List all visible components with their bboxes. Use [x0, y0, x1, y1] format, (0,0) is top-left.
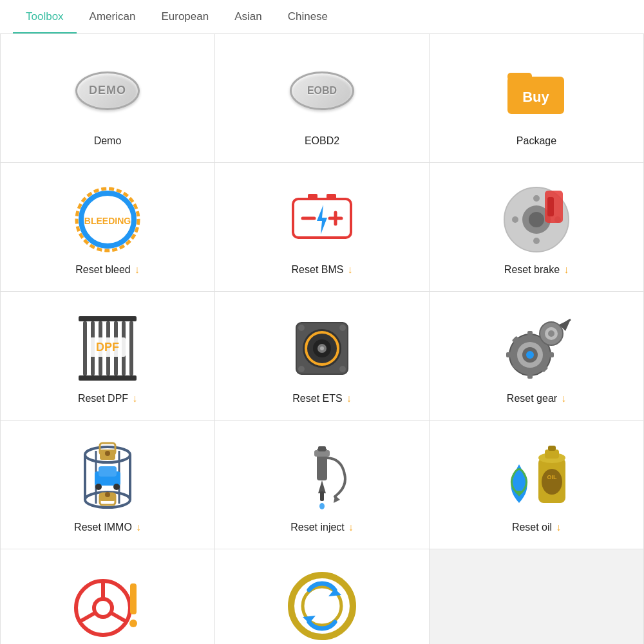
down-arrow-ets: ↓ [346, 393, 352, 404]
down-arrow-immo: ↓ [136, 522, 141, 533]
svg-rect-79 [320, 491, 324, 501]
toolbox-grid: DEMO Demo EOBD EOBD2 Buy Package [0, 34, 644, 644]
reset-dpf-label: Reset DPF ↓ [78, 393, 137, 404]
demo-label: Demo [94, 135, 122, 147]
tab-european[interactable]: European [148, 0, 222, 33]
cell-empty [430, 549, 644, 644]
svg-rect-46 [506, 352, 514, 357]
cell-reset-immo[interactable]: Reset IMMO ↓ [1, 421, 215, 549]
svg-rect-23 [83, 321, 87, 375]
immo-icon [72, 442, 143, 513]
dpf-icon: DPF [72, 313, 143, 384]
svg-rect-93 [130, 583, 137, 614]
reset-brake-label: Reset brake ↓ [504, 264, 569, 276]
svg-line-92 [111, 613, 125, 621]
oil-icon: OIL [501, 442, 572, 513]
svg-point-37 [320, 346, 324, 350]
svg-point-39 [339, 325, 346, 331]
eobd-icon: EOBD [287, 55, 357, 126]
reset-bleed-label: Reset bleed ↓ [75, 264, 139, 276]
cell-reset-gear[interactable]: Reset gear ↓ [430, 292, 644, 421]
ets-icon [287, 313, 357, 384]
svg-rect-20 [547, 197, 554, 216]
tpms-icon [287, 571, 357, 641]
reset-ets-label: Reset ETS ↓ [292, 393, 351, 404]
sas-icon [72, 571, 143, 641]
svg-point-85 [542, 469, 562, 495]
svg-rect-29 [129, 321, 133, 375]
demo-icon: DEMO [72, 55, 143, 126]
bleeding-icon: BLEEDING [72, 184, 143, 255]
svg-rect-22 [79, 375, 137, 381]
svg-point-17 [512, 216, 518, 223]
svg-rect-69 [99, 466, 117, 477]
tab-asian[interactable]: Asian [222, 0, 275, 33]
down-arrow-inject: ↓ [348, 522, 354, 533]
svg-point-14 [529, 212, 544, 227]
down-arrow-oil: ↓ [556, 522, 561, 533]
svg-point-70 [95, 484, 102, 490]
svg-text:OIL: OIL [547, 474, 558, 480]
svg-point-67 [105, 451, 110, 456]
tab-toolbox[interactable]: Toolbox [13, 0, 77, 33]
cell-demo[interactable]: DEMO Demo [1, 34, 215, 163]
cell-reset-brake[interactable]: Reset brake ↓ [430, 163, 644, 292]
tab-american[interactable]: American [77, 0, 149, 33]
down-arrow-dpf: ↓ [132, 393, 137, 404]
svg-point-38 [298, 325, 305, 331]
cell-reset-bleed[interactable]: BLEEDING Reset bleed ↓ [1, 163, 215, 292]
package-label: Package [516, 135, 556, 147]
down-arrow-bms: ↓ [347, 264, 352, 276]
down-arrow-gear: ↓ [561, 393, 566, 404]
svg-point-71 [113, 484, 120, 490]
down-arrow-bleed: ↓ [135, 264, 140, 276]
cell-reset-bms[interactable]: Reset BMS ↓ [215, 163, 430, 292]
reset-bms-label: Reset BMS ↓ [292, 264, 353, 276]
cell-package[interactable]: Buy Package [430, 34, 644, 163]
svg-point-15 [533, 195, 540, 202]
svg-text:BLEEDING: BLEEDING [84, 216, 131, 226]
eobd2-label: EOBD2 [305, 135, 339, 147]
reset-gear-label: Reset gear ↓ [507, 393, 566, 404]
reset-oil-label: Reset oil ↓ [512, 522, 561, 533]
svg-rect-77 [318, 446, 326, 451]
cell-reset-inject[interactable]: Reset inject ↓ [215, 421, 430, 549]
reset-immo-label: Reset IMMO ↓ [74, 522, 141, 533]
reset-inject-label: Reset inject ↓ [290, 522, 354, 533]
cell-reset-sas[interactable]: Reset SAS ↓ [1, 549, 215, 644]
svg-point-89 [94, 599, 112, 617]
bms-icon [287, 184, 357, 255]
svg-rect-45 [527, 371, 533, 379]
cell-reset-ets[interactable]: Reset ETS ↓ [215, 292, 430, 421]
inject-icon [287, 442, 357, 513]
gear-reset-icon [501, 313, 572, 384]
down-arrow-brake: ↓ [564, 264, 569, 276]
svg-point-74 [105, 492, 110, 497]
svg-rect-44 [527, 331, 533, 339]
svg-point-53 [526, 351, 534, 359]
svg-line-91 [81, 613, 95, 621]
svg-point-16 [533, 238, 540, 244]
svg-point-40 [298, 366, 305, 372]
svg-text:Buy: Buy [522, 89, 549, 105]
svg-text:DPF: DPF [96, 341, 119, 354]
tab-chinese[interactable]: Chinese [275, 0, 341, 33]
svg-point-56 [548, 330, 554, 337]
cell-reset-dpf[interactable]: DPF Reset DPF ↓ [1, 292, 215, 421]
svg-point-94 [129, 620, 137, 627]
cell-eobd2[interactable]: EOBD EOBD2 [215, 34, 430, 163]
svg-point-41 [339, 366, 346, 372]
cell-reset-oil[interactable]: OIL Reset oil ↓ [430, 421, 644, 549]
package-icon: Buy [501, 55, 572, 126]
cell-reset-tpms[interactable]: Reset TPMS ↓ [215, 549, 430, 644]
svg-point-80 [319, 503, 325, 509]
svg-rect-83 [545, 450, 559, 459]
svg-rect-21 [79, 316, 137, 321]
svg-rect-47 [546, 352, 554, 357]
svg-marker-11 [317, 205, 327, 234]
svg-rect-84 [548, 446, 556, 451]
tab-bar: Toolbox American European Asian Chinese [0, 0, 644, 34]
brake-icon [501, 184, 572, 255]
